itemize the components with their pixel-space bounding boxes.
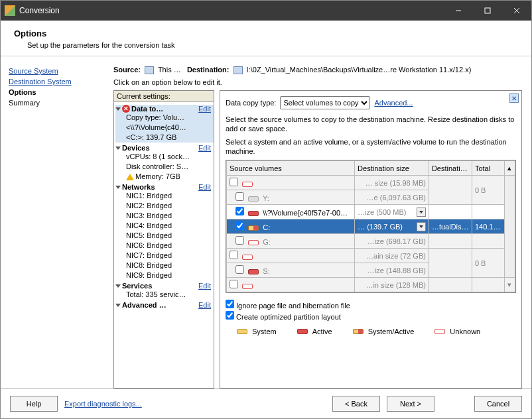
panel-close-button[interactable]: ✕ — [509, 93, 519, 103]
col-total[interactable]: Total — [472, 161, 504, 176]
page-header: Options Set up the parameters for the co… — [1, 21, 531, 56]
disk-icon — [242, 182, 253, 187]
settings-item[interactable]: <C:>: 139.7 GB — [115, 133, 214, 143]
settings-item[interactable]: vCPUs: 8 (1 sock… — [115, 152, 214, 162]
settings-item[interactable]: NIC4: Bridged — [115, 221, 214, 231]
settings-group-datato[interactable]: ✕Data to…Edit — [115, 105, 214, 113]
col-dest-size[interactable]: Destination size — [355, 161, 429, 176]
chevron-down-icon — [115, 186, 121, 189]
settings-item[interactable]: NIC5: Bridged — [115, 231, 214, 241]
volume-panel: ✕ Data copy type: Select volumes to copy… — [220, 90, 522, 389]
disk-icon — [248, 240, 259, 245]
chevron-down-icon — [115, 147, 121, 150]
settings-item[interactable]: NIC9: Bridged — [115, 270, 214, 280]
settings-item[interactable]: Memory: 7GB — [115, 172, 214, 182]
panel-desc-2: Select a system and an active volume, or… — [226, 137, 516, 156]
dest-size-dropdown[interactable] — [417, 222, 426, 231]
source-dest-row: Source: This … Destination: I:\0Z_Virtua… — [113, 66, 522, 74]
titlebar: Conversion — [1, 1, 531, 21]
dest-icon — [233, 66, 243, 74]
disk-icon — [248, 225, 259, 231]
chevron-down-icon — [115, 284, 121, 288]
opt-ignore-checkbox[interactable] — [226, 300, 234, 308]
chevron-down-icon — [115, 107, 121, 111]
nav-destination-system[interactable]: Destination System — [9, 78, 105, 86]
table-scrollbar[interactable] — [504, 176, 515, 278]
edit-link[interactable]: Edit — [198, 105, 211, 113]
nav-source-system[interactable]: Source System — [9, 67, 105, 75]
col-scroll-up[interactable]: ▴ — [504, 161, 515, 176]
maximize-button[interactable] — [473, 1, 502, 21]
settings-item[interactable]: NIC3: Bridged — [115, 211, 214, 221]
volume-checkbox[interactable] — [235, 221, 244, 230]
volume-row[interactable]: …in size (128 MB)▾ — [227, 278, 515, 292]
volume-row[interactable]: …ain size (72 GB)0 B — [227, 249, 515, 263]
settings-item[interactable]: NIC6: Bridged — [115, 241, 214, 251]
settings-header: Current settings: — [114, 91, 214, 102]
col-source-volumes[interactable]: Source volumes — [227, 161, 355, 176]
help-button[interactable]: Help — [10, 396, 58, 412]
disk-icon — [248, 211, 259, 216]
volume-row[interactable]: \\?\Volume{c40f57e7-00……ize (500 MB) — [227, 205, 515, 219]
disk-icon — [248, 196, 259, 202]
settings-item[interactable]: NIC2: Bridged — [115, 201, 214, 211]
data-copy-select[interactable]: Select volumes to copy — [280, 96, 370, 109]
volume-row[interactable]: … size (15.98 MB)0 B — [227, 176, 515, 190]
opt-ignore-pagefile[interactable]: Ignore page file and hibernation file — [226, 300, 516, 310]
legend-sysact-icon — [353, 329, 364, 334]
data-copy-label: Data copy type: — [226, 99, 276, 107]
volume-checkbox[interactable] — [230, 280, 238, 288]
legend-active-icon — [297, 329, 308, 334]
page-title: Options — [14, 29, 518, 38]
settings-item[interactable]: NIC8: Bridged — [115, 261, 214, 270]
volume-row[interactable]: C:… (139.7 GB)…tualDisk1140.1… — [227, 219, 515, 234]
source-value: This … — [158, 66, 181, 74]
settings-item[interactable]: NIC7: Bridged — [115, 251, 214, 261]
conversion-window: Conversion Options Set up the parameters… — [0, 0, 532, 419]
page-subtitle: Set up the parameters for the conversion… — [27, 41, 518, 49]
settings-list[interactable]: ✕Data to…EditCopy type: Volu…<\\?\Volume… — [114, 102, 214, 388]
volume-checkbox[interactable] — [235, 192, 244, 201]
volume-row[interactable]: G:…ize (698.17 GB) — [227, 234, 515, 249]
settings-group-advanced[interactable]: Advanced …Edit — [115, 301, 214, 309]
nav-options: Options — [9, 88, 105, 96]
error-icon: ✕ — [122, 105, 130, 113]
volume-checkbox[interactable] — [235, 236, 244, 245]
source-label: Source: — [113, 66, 141, 74]
volume-checkbox[interactable] — [230, 251, 238, 259]
cancel-button[interactable]: Cancel — [474, 396, 522, 412]
opt-optimize-layout[interactable]: Create optimized partition layout — [226, 311, 516, 321]
settings-item[interactable]: NIC1: Bridged — [115, 191, 214, 201]
hint-text: Click on an option below to edit it. — [113, 78, 522, 86]
volume-checkbox[interactable] — [235, 207, 244, 215]
minimize-button[interactable] — [444, 1, 473, 21]
settings-group-networks[interactable]: NetworksEdit — [115, 183, 214, 191]
volume-checkbox[interactable] — [235, 265, 244, 274]
back-button[interactable]: < Back — [332, 396, 380, 412]
edit-link[interactable]: Edit — [198, 301, 211, 309]
dest-size-dropdown[interactable] — [417, 208, 426, 217]
col-dest-disk[interactable]: Destinati… — [429, 161, 472, 176]
settings-group-devices[interactable]: DevicesEdit — [115, 144, 214, 152]
close-button[interactable] — [502, 1, 531, 21]
opt-optimize-checkbox[interactable] — [226, 311, 234, 320]
settings-group-services[interactable]: ServicesEdit — [115, 282, 214, 290]
next-button[interactable]: Next > — [387, 396, 434, 412]
settings-item[interactable]: Copy type: Volu… — [115, 113, 214, 123]
col-scroll-down[interactable]: ▾ — [504, 278, 515, 292]
svg-rect-1 — [485, 8, 490, 13]
edit-link[interactable]: Edit — [198, 282, 211, 290]
edit-link[interactable]: Edit — [198, 183, 211, 191]
edit-link[interactable]: Edit — [198, 144, 211, 152]
nav-summary: Summary — [9, 99, 105, 107]
settings-item[interactable]: Total: 335 servic… — [115, 290, 214, 300]
footer: Help Export diagnostic logs... < Back Ne… — [1, 389, 531, 418]
export-logs-link[interactable]: Export diagnostic logs... — [64, 400, 142, 408]
advanced-link[interactable]: Advanced... — [374, 99, 413, 107]
settings-item[interactable]: <\\?\Volume{c40… — [115, 123, 214, 133]
settings-item[interactable]: Disk controller: S… — [115, 162, 214, 172]
dest-label: Destination: — [187, 66, 230, 74]
panel-desc-1: Select the source volumes to copy to the… — [226, 115, 516, 133]
wizard-nav: Source SystemDestination SystemOptionsSu… — [1, 56, 113, 389]
volume-checkbox[interactable] — [230, 178, 238, 186]
